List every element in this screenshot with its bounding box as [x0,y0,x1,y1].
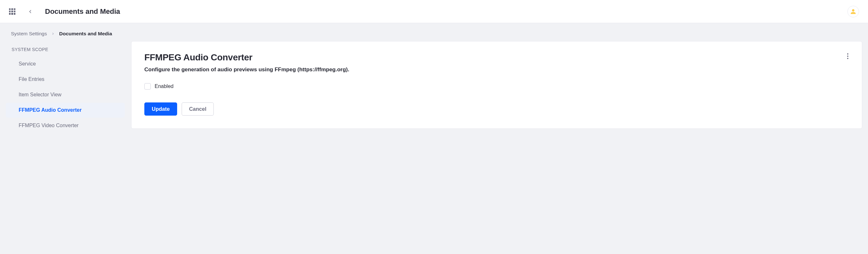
main-area: FFMPEG Audio Converter Configure the gen… [131,41,862,129]
svg-point-0 [847,53,848,55]
sidebar-scope-label: SYSTEM SCOPE [6,44,125,56]
sidebar-item-ffmpeg-video-converter[interactable]: FFMPEG Video Converter [6,118,125,133]
sidebar: SYSTEM SCOPE Service File Entries Item S… [6,41,125,134]
chevron-left-icon [28,9,33,14]
sidebar-item-item-selector-view[interactable]: Item Selector View [6,87,125,102]
topbar-left: Documents and Media [9,6,847,17]
panel-subtitle: Configure the generation of audio previe… [144,67,849,73]
kebab-icon [847,53,848,59]
page-title: Documents and Media [45,7,120,16]
settings-panel: FFMPEG Audio Converter Configure the gen… [131,41,862,129]
panel-actions-button[interactable] [843,51,853,61]
user-avatar[interactable] [847,6,859,17]
topbar: Documents and Media [0,0,868,23]
back-button[interactable] [25,6,36,17]
apps-grid-icon[interactable] [9,8,16,15]
cancel-button[interactable]: Cancel [182,102,214,116]
sidebar-item-file-entries[interactable]: File Entries [6,72,125,87]
sidebar-item-service[interactable]: Service [6,57,125,71]
breadcrumb-current: Documents and Media [59,31,112,37]
sidebar-item-ffmpeg-audio-converter[interactable]: FFMPEG Audio Converter [6,103,125,117]
panel-title: FFMPEG Audio Converter [144,52,849,63]
svg-point-1 [847,56,848,57]
chevron-right-icon [52,32,55,35]
enabled-checkbox[interactable] [144,83,151,89]
enabled-label[interactable]: Enabled [155,83,174,89]
svg-point-2 [847,58,848,59]
button-row: Update Cancel [144,102,849,116]
breadcrumb-parent-link[interactable]: System Settings [11,31,47,37]
breadcrumb: System Settings Documents and Media [0,23,868,41]
enabled-row: Enabled [144,83,849,89]
content-row: SYSTEM SCOPE Service File Entries Item S… [0,41,868,141]
update-button[interactable]: Update [144,102,177,116]
user-icon [850,9,856,14]
